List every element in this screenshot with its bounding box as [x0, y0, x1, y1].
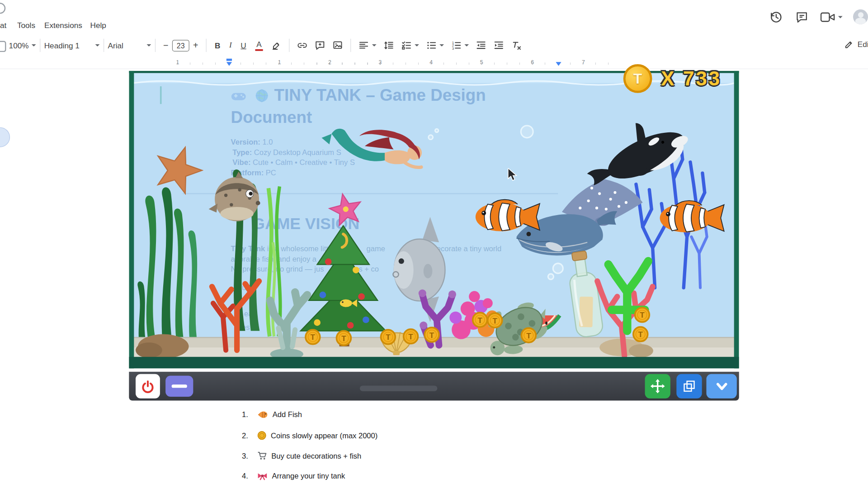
bold-button[interactable]: B	[215, 41, 220, 50]
tropical-fish-icon	[258, 411, 268, 419]
coin-pickup[interactable]	[633, 327, 648, 342]
resize-button[interactable]	[676, 374, 702, 399]
coin-pickup[interactable]	[521, 328, 536, 343]
menu-item-extensions[interactable]: Extensions	[44, 21, 82, 30]
line-spacing-icon[interactable]	[383, 40, 394, 51]
cropped-toolbar-icon	[0, 41, 6, 52]
coin-pickup[interactable]	[306, 330, 320, 344]
decrease-font-button[interactable]: −	[163, 40, 168, 50]
text-color-button[interactable]: A	[255, 40, 263, 51]
clear-formatting-icon[interactable]	[511, 40, 522, 51]
left-indent-marker[interactable]	[226, 62, 232, 66]
ruler[interactable]: 1 1 2 3 4 5 6 7	[0, 57, 868, 69]
insert-link-icon[interactable]	[297, 40, 307, 51]
coin-counter: T X 733	[623, 64, 722, 93]
coin-icon	[258, 431, 267, 440]
increase-font-button[interactable]: +	[193, 40, 198, 50]
increase-indent-icon[interactable]	[493, 40, 504, 51]
doc-list-item[interactable]: 1. Add Fish	[242, 411, 302, 419]
aquarium-tank: T	[129, 71, 739, 369]
font-select[interactable]: Arial	[108, 41, 151, 50]
ribbon-bow-icon	[258, 472, 268, 480]
edit-mode-button[interactable]: Edi	[844, 39, 868, 49]
italic-button[interactable]: I	[229, 41, 232, 50]
insert-image-icon[interactable]	[332, 40, 343, 51]
underline-button[interactable]: U	[241, 41, 246, 50]
doc-list-item[interactable]: 4. Arrange your tiny tank	[242, 472, 345, 480]
version-history-icon[interactable]	[769, 10, 783, 27]
move-button[interactable]	[645, 374, 670, 399]
comments-icon[interactable]	[795, 10, 809, 27]
add-comment-icon[interactable]	[314, 40, 325, 51]
menu-item-tools[interactable]: Tools	[17, 21, 35, 30]
avatar[interactable]	[853, 9, 868, 24]
menu-item-format[interactable]: at	[0, 21, 6, 30]
paragraph-style-select[interactable]: Heading 1	[44, 41, 99, 50]
menu-item-help[interactable]: Help	[90, 21, 106, 30]
shopping-cart-icon	[258, 451, 267, 460]
font-size-field[interactable]: 23	[172, 40, 189, 52]
collapse-button[interactable]	[706, 374, 736, 399]
coin-pickup[interactable]	[635, 308, 649, 322]
doc-list-item[interactable]: 3. Buy cute decorations + fish	[242, 451, 361, 460]
coin-pickup[interactable]	[425, 328, 439, 342]
first-line-indent-marker[interactable]	[226, 59, 232, 61]
cropped-logo-fragment	[0, 3, 5, 14]
tiny-tank-overlay: T	[129, 71, 739, 401]
toolbar: 100% Heading 1 Arial − 23 + B I U A	[0, 33, 868, 57]
bulleted-list-icon[interactable]	[425, 40, 443, 51]
highlighter-icon[interactable]	[271, 40, 282, 51]
drag-handle[interactable]	[360, 385, 437, 391]
svg-text:3: 3	[452, 47, 454, 51]
minimize-button[interactable]	[165, 375, 193, 397]
coin-pickup[interactable]	[488, 313, 502, 328]
coin-pickup[interactable]	[473, 313, 487, 327]
coin-pickup[interactable]	[336, 331, 351, 345]
decrease-indent-icon[interactable]	[476, 40, 486, 51]
numbered-list-icon[interactable]: 1 2 3	[451, 40, 469, 51]
power-button[interactable]	[136, 374, 160, 399]
meet-video-button[interactable]	[820, 11, 842, 23]
checklist-icon[interactable]	[401, 40, 419, 51]
coin-pickup[interactable]	[404, 329, 418, 344]
right-indent-marker[interactable]	[556, 62, 561, 66]
game-control-bar	[129, 372, 739, 401]
google-docs-window: at Tools Extensions Help 100% Heading 1	[0, 0, 868, 488]
meet-dropdown-caret[interactable]	[838, 16, 843, 19]
align-icon[interactable]	[358, 40, 376, 51]
coin-counter-icon: T	[623, 64, 652, 93]
mouse-cursor	[506, 168, 519, 181]
coin-pickup[interactable]	[381, 330, 395, 344]
zoom-select[interactable]: 100%	[9, 41, 36, 50]
doc-list-item[interactable]: 2. Coins slowly appear (max 2000)	[242, 431, 377, 440]
